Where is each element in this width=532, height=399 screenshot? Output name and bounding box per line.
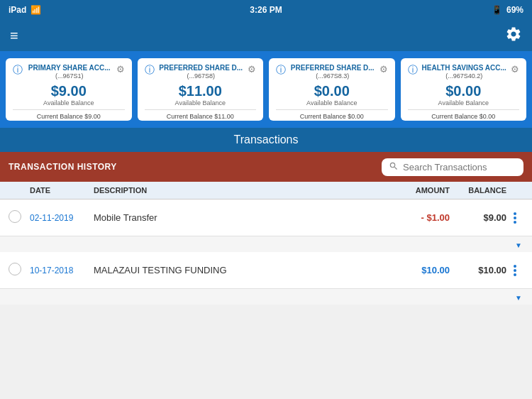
accounts-row: ⓘ PRIMARY SHARE ACC... (...967S1) ⚙ $9.0… (0, 51, 532, 128)
card-settings-icon[interactable]: ⚙ (116, 64, 125, 75)
info-icon[interactable]: ⓘ (276, 64, 286, 77)
txn-desc-1: MALAZAUI TESTING FUNDING (94, 265, 386, 275)
transactions-header: Transactions (0, 128, 532, 152)
table-header: DATE DESCRIPTION AMOUNT BALANCE (0, 182, 532, 200)
txn-desc-0: Mobile Transfer (94, 212, 386, 223)
expand-icon-0[interactable]: ▼ (515, 241, 522, 249)
card-amount: $0.00 (408, 83, 520, 99)
table-row[interactable]: 10-17-2018 MALAZAUI TESTING FUNDING $10.… (0, 252, 532, 289)
txn-check-1[interactable] (9, 263, 30, 278)
card-avail-label: Available Balance (276, 99, 388, 106)
info-icon[interactable]: ⓘ (13, 64, 23, 77)
card-current-balance: Current Balance $0.00 (408, 113, 520, 120)
card-title: HEALTH SAVINGS ACC... (...967S40.2) (419, 64, 510, 80)
transaction-history-bar: TRANSACTION HISTORY (0, 152, 532, 182)
expand-icon-1[interactable]: ▼ (515, 294, 522, 302)
card-current-balance: Current Balance $0.00 (276, 113, 388, 120)
card-title: PREFERRED SHARE D... (...967S8) (156, 64, 247, 80)
txn-date-0: 02-11-2019 (30, 213, 94, 223)
account-card-0[interactable]: ⓘ PRIMARY SHARE ACC... (...967S1) ⚙ $9.0… (6, 58, 132, 121)
info-icon[interactable]: ⓘ (145, 64, 155, 77)
card-amount: $0.00 (276, 83, 388, 99)
status-bar: iPad 📶 3:26 PM 📱 69% (0, 0, 532, 20)
account-card-1[interactable]: ⓘ PREFERRED SHARE D... (...967S8) ⚙ $11.… (138, 58, 264, 121)
col-header-balance: BALANCE (450, 186, 506, 195)
card-amount: $9.00 (13, 83, 125, 99)
search-input[interactable] (403, 162, 516, 173)
settings-icon[interactable] (505, 26, 522, 46)
col-header-amount: AMOUNT (386, 186, 450, 195)
txn-amount-1: $10.00 (386, 265, 450, 275)
card-current-balance: Current Balance $9.00 (13, 113, 125, 120)
battery-label: 69% (506, 5, 523, 15)
bluetooth-icon: 📱 (492, 5, 502, 15)
transaction-list: 02-11-2019 Mobile Transfer - $1.00 $9.00… (0, 200, 532, 305)
search-icon (389, 161, 399, 173)
card-settings-icon[interactable]: ⚙ (511, 64, 519, 75)
txn-more-1[interactable] (506, 265, 523, 276)
card-title: PRIMARY SHARE ACC... (...967S1) (24, 64, 115, 80)
status-time: 3:26 PM (250, 5, 282, 15)
card-avail-label: Available Balance (13, 99, 125, 106)
table-row[interactable]: 02-11-2019 Mobile Transfer - $1.00 $9.00 (0, 200, 532, 236)
card-avail-label: Available Balance (145, 99, 257, 106)
search-box[interactable] (382, 158, 523, 176)
info-icon[interactable]: ⓘ (408, 64, 418, 77)
txn-balance-1: $10.00 (450, 265, 506, 275)
card-amount: $11.00 (145, 83, 257, 99)
status-right: 📱 69% (492, 5, 523, 15)
col-header-date: DATE (30, 186, 94, 195)
card-current-balance: Current Balance $11.00 (145, 113, 257, 120)
txn-amount-0: - $1.00 (386, 212, 450, 223)
card-avail-label: Available Balance (408, 99, 520, 106)
card-settings-icon[interactable]: ⚙ (379, 64, 388, 75)
device-label: iPad (9, 5, 26, 15)
transaction-history-label: TRANSACTION HISTORY (9, 162, 117, 172)
status-left: iPad 📶 (9, 5, 41, 15)
col-header-description: DESCRIPTION (94, 186, 386, 195)
txn-more-0[interactable] (506, 212, 523, 224)
card-title: PREFERRED SHARE D... (...967S8.3) (287, 64, 378, 80)
txn-date-1: 10-17-2018 (30, 266, 94, 275)
card-settings-icon[interactable]: ⚙ (248, 64, 256, 75)
txn-check-0[interactable] (9, 210, 30, 226)
nav-bar: ≡ (0, 20, 532, 51)
txn-balance-0: $9.00 (450, 212, 506, 223)
account-card-3[interactable]: ⓘ HEALTH SAVINGS ACC... (...967S40.2) ⚙ … (401, 58, 527, 121)
wifi-icon: 📶 (31, 5, 41, 15)
account-card-2[interactable]: ⓘ PREFERRED SHARE D... (...967S8.3) ⚙ $0… (269, 58, 395, 121)
menu-icon[interactable]: ≡ (10, 28, 18, 44)
